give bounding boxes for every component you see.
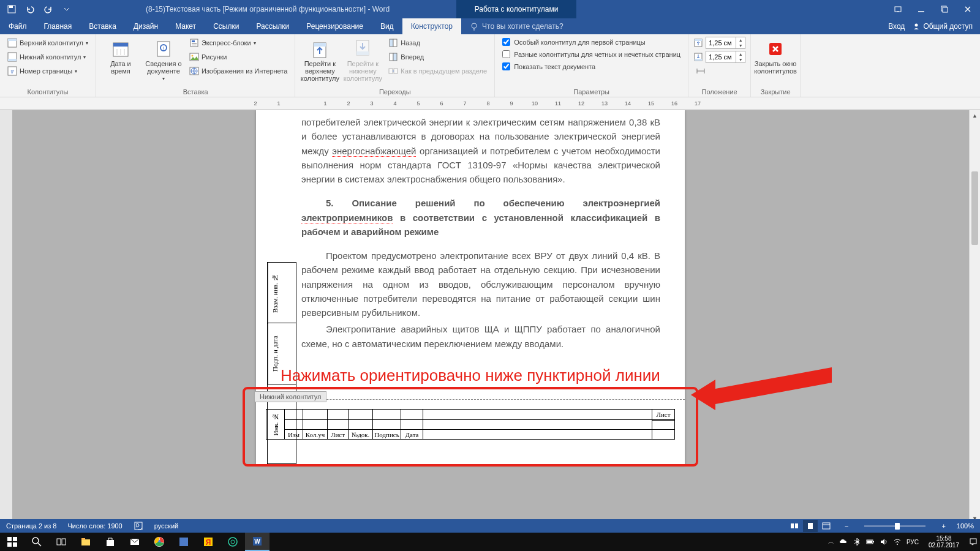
tab-constructor[interactable]: Конструктор [402, 18, 461, 34]
scroll-up-icon[interactable]: ▲ [970, 110, 980, 121]
notifications-icon[interactable] [969, 538, 978, 546]
search-icon[interactable] [24, 533, 49, 551]
link-previous-button[interactable]: Как в предыдущем разделе [386, 65, 489, 77]
goto-header-button[interactable]: Перейти к верхнему колонтитулу [300, 37, 339, 82]
app-icon-1[interactable] [172, 533, 196, 551]
footer-position-icon [693, 52, 703, 62]
spin-up[interactable]: ▲ [736, 51, 745, 57]
ribbon-options-icon[interactable] [887, 0, 909, 18]
footer-button[interactable]: Нижний колонтитул ▾ [5, 51, 91, 63]
svg-rect-22 [192, 40, 195, 42]
signin-link[interactable]: Вход [888, 22, 905, 31]
spin-down[interactable]: ▼ [736, 43, 745, 48]
close-icon[interactable] [957, 0, 979, 18]
tab-home[interactable]: Главная [36, 18, 81, 34]
store-icon[interactable] [98, 533, 123, 551]
page-indicator[interactable]: Страница 2 из 8 [6, 522, 56, 530]
nav-forward-button[interactable]: Вперед [386, 51, 489, 63]
header-top-input[interactable] [706, 37, 736, 48]
svg-rect-47 [795, 523, 798, 528]
chrome-icon[interactable] [147, 533, 172, 551]
keyboard-language[interactable]: РУС [907, 539, 919, 545]
undo-icon[interactable] [22, 1, 38, 17]
odd-even-checkbox[interactable]: Разные колонтитулы для четных и нечетных… [500, 49, 683, 59]
docinfo-button[interactable]: iСведения о документе▾ [144, 37, 183, 81]
header-button[interactable]: Верхний колонтитул ▾ [5, 37, 91, 49]
qat-dropdown-icon[interactable] [59, 1, 75, 17]
zoom-thumb[interactable] [895, 523, 900, 530]
title-block-stamp[interactable]: Инв. № Лист ИзмКол.учЛист№док.ПодписьДат… [266, 409, 675, 440]
file-explorer-icon[interactable] [74, 533, 98, 551]
svg-point-55 [32, 538, 39, 544]
footer-bottom-input[interactable] [706, 51, 736, 62]
online-pictures-button[interactable]: Изображения из Интернета [187, 65, 290, 77]
spin-down[interactable]: ▼ [736, 57, 745, 62]
zoom-out-icon[interactable]: − [845, 522, 848, 530]
task-view-icon[interactable] [49, 533, 74, 551]
svg-rect-8 [8, 39, 17, 41]
zoom-in-icon[interactable]: + [941, 522, 945, 530]
tab-insert[interactable]: Вставка [80, 18, 125, 34]
language-indicator[interactable]: русский [154, 522, 178, 530]
tab-design[interactable]: Дизайн [125, 18, 167, 34]
svg-rect-59 [81, 539, 90, 545]
svg-text:#: # [10, 69, 13, 75]
header-position-icon [693, 38, 703, 48]
maximize-icon[interactable] [933, 0, 956, 18]
word-count[interactable]: Число слов: 1900 [67, 522, 122, 530]
tab-view[interactable]: Вид [372, 18, 402, 34]
app-icon-2[interactable] [221, 533, 245, 551]
start-button[interactable] [0, 533, 24, 551]
word-icon[interactable]: W [245, 533, 270, 551]
tab-references[interactable]: Ссылки [205, 18, 247, 34]
system-tray: ︿ РУС 15:58 02.07.2017 [826, 535, 980, 549]
save-icon[interactable] [4, 1, 20, 17]
onedrive-icon[interactable] [839, 538, 848, 546]
tab-layout[interactable]: Макет [167, 18, 205, 34]
print-layout-icon[interactable] [803, 520, 818, 532]
svg-rect-65 [179, 538, 188, 546]
tell-me-search[interactable]: Что вы хотите сделать? [461, 18, 572, 34]
first-page-checkbox[interactable]: Особый колонтитул для первой страницы [500, 37, 683, 47]
tab-file[interactable]: Файл [0, 18, 36, 34]
pictures-button[interactable]: Рисунки [187, 51, 290, 63]
quickparts-button[interactable]: Экспресс-блоки ▾ [187, 37, 290, 49]
zoom-level[interactable]: 100% [957, 522, 974, 530]
bluetooth-icon[interactable] [853, 538, 861, 546]
wifi-icon[interactable] [893, 538, 902, 546]
svg-rect-14 [113, 43, 128, 47]
read-mode-icon[interactable] [787, 520, 802, 532]
mail-icon[interactable] [123, 533, 147, 551]
web-layout-icon[interactable] [819, 520, 834, 532]
horizontal-ruler[interactable]: 211234567891011121314151617 [0, 97, 980, 110]
show-doc-checkbox[interactable]: Показать текст документа [500, 61, 683, 72]
battery-icon[interactable] [866, 538, 875, 546]
zoom-slider[interactable] [864, 525, 925, 527]
spin-up[interactable]: ▲ [736, 37, 745, 43]
clock[interactable]: 15:58 02.07.2017 [924, 535, 964, 549]
tab-mailings[interactable]: Рассылки [247, 18, 298, 34]
scroll-thumb[interactable] [971, 171, 978, 245]
page-number-button[interactable]: #Номер страницы ▾ [5, 65, 91, 77]
contextual-tab-title: Работа с колонтитулами [456, 0, 577, 18]
svg-rect-46 [791, 523, 794, 528]
spellcheck-icon[interactable] [134, 521, 143, 531]
svg-rect-36 [393, 53, 397, 61]
yandex-icon[interactable]: Я [196, 533, 221, 551]
nav-back-button[interactable]: Назад [386, 37, 489, 49]
vertical-scrollbar[interactable]: ▲ ▼ [969, 110, 980, 524]
redo-icon[interactable] [40, 1, 56, 17]
volume-icon[interactable] [880, 538, 888, 546]
datetime-button[interactable]: Дата и время [101, 37, 140, 75]
tray-expand-icon[interactable]: ︿ [828, 538, 834, 546]
footer-from-bottom: ▲▼ [693, 51, 745, 63]
document-area[interactable]: 1413121110987654321 Взам. инв. № Подп. и… [12, 110, 969, 524]
minimize-icon[interactable] [910, 0, 932, 18]
insert-align-tab-button[interactable] [693, 65, 745, 77]
svg-point-5 [472, 23, 477, 28]
tab-review[interactable]: Рецензирование [298, 18, 372, 34]
share-button[interactable]: Общий доступ [912, 22, 973, 31]
svg-rect-48 [808, 523, 813, 529]
group-header-footer: Верхний колонтитул ▾ Нижний колонтитул ▾… [0, 34, 96, 97]
close-header-footer-button[interactable]: Закрыть окно колонтитулов [756, 37, 795, 75]
